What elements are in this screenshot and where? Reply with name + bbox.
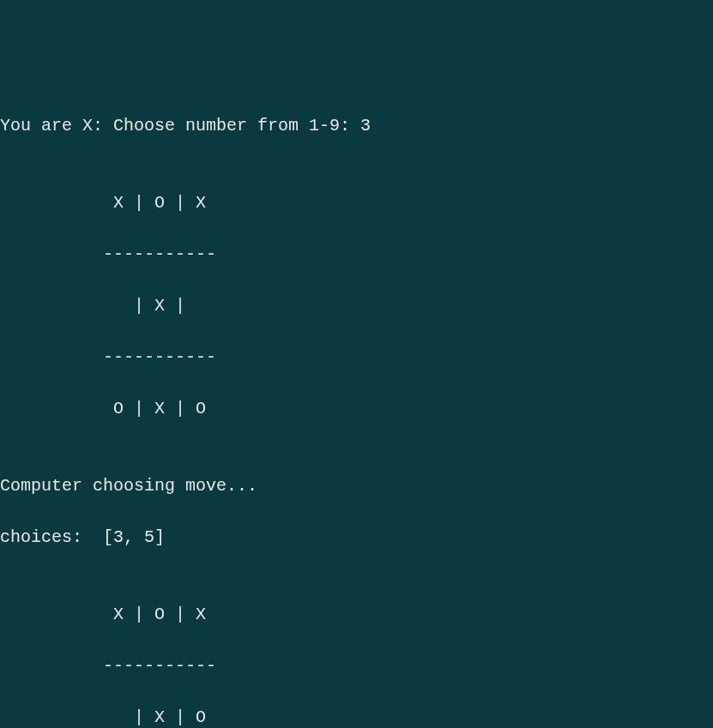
board1-divider1: ----------- [0,242,713,268]
prompt-line-1: You are X: Choose number from 1-9: 3 [0,113,713,139]
board2-row2: | X | O [0,705,713,728]
board2-row1: X | O | X [0,602,713,628]
board1-divider2: ----------- [0,345,713,370]
board1-row1: X | O | X [0,190,713,216]
board1-row2: | X | [0,293,713,319]
board2-divider1: ----------- [0,653,713,679]
computer-move-line: Computer choosing move... [0,473,713,499]
board1-row3: O | X | O [0,396,713,422]
choices-line: choices: [3, 5] [0,525,713,551]
